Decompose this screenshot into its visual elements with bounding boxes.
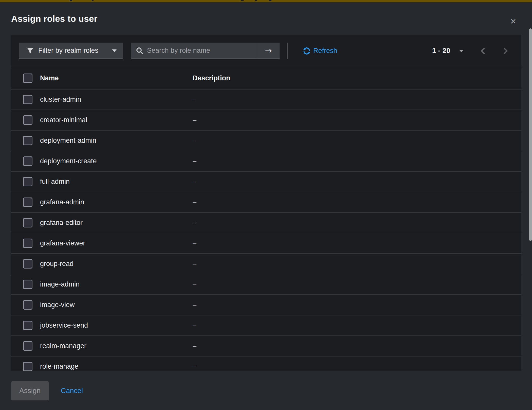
pagination: 1 - 20 [432, 43, 521, 59]
role-name: group-read [40, 260, 193, 268]
role-name: image-view [40, 301, 193, 309]
row-checkbox[interactable] [23, 218, 32, 227]
filter-dropdown[interactable]: Filter by realm roles [19, 43, 123, 59]
cancel-button[interactable]: Cancel [61, 387, 83, 395]
refresh-icon [303, 47, 310, 55]
table-row: deployment-admin – [11, 131, 521, 151]
role-name: grafana-admin [40, 198, 193, 206]
role-name: jobservice-send [40, 322, 193, 329]
background-artifact [269, 0, 271, 1]
role-name: grafana-viewer [40, 239, 193, 247]
refresh-label: Refresh [313, 47, 337, 55]
row-checkbox[interactable] [23, 95, 32, 104]
row-checkbox[interactable] [23, 239, 32, 248]
table-body: cluster-admin – creator-minimal – deploy… [11, 90, 521, 371]
role-description: – [193, 342, 521, 350]
row-checkbox[interactable] [23, 362, 32, 371]
role-description: – [193, 178, 521, 186]
role-description: – [193, 322, 521, 329]
search-submit-button[interactable]: → [257, 43, 280, 59]
role-name: role-manage [40, 363, 193, 370]
chevron-left-icon [480, 47, 486, 55]
role-name: full-admin [40, 178, 193, 186]
table-row: jobservice-send – [11, 315, 521, 336]
select-all-checkbox[interactable] [23, 74, 32, 83]
role-description: – [193, 280, 521, 288]
row-checkbox[interactable] [23, 136, 32, 145]
background-artifact [241, 0, 244, 1]
toolbar-divider [287, 43, 288, 59]
window-scrollbar-thumb[interactable] [529, 28, 532, 241]
row-checkbox[interactable] [23, 177, 32, 186]
row-checkbox[interactable] [23, 280, 32, 289]
role-description: – [193, 96, 521, 103]
role-description: – [193, 239, 521, 247]
row-checkbox[interactable] [23, 115, 32, 125]
row-checkbox[interactable] [23, 321, 32, 330]
row-checkbox[interactable] [23, 300, 32, 310]
role-description: – [193, 219, 521, 227]
table-header: Name Description [11, 67, 521, 90]
row-checkbox[interactable] [23, 259, 32, 269]
table-row: image-admin – [11, 274, 521, 295]
role-name: cluster-admin [40, 96, 193, 103]
pagination-next-button[interactable] [503, 47, 509, 55]
column-header-description: Description [193, 74, 521, 82]
modal-body-panel: Filter by realm roles → [11, 35, 521, 371]
chevron-down-icon [459, 50, 464, 52]
row-checkbox[interactable] [23, 341, 32, 351]
column-header-name: Name [40, 74, 193, 82]
role-description: – [193, 137, 521, 145]
table-row: role-manage – [11, 356, 521, 371]
table-row: cluster-admin – [11, 90, 521, 110]
toolbar: Filter by realm roles → [11, 35, 521, 67]
pagination-menu-toggle[interactable] [459, 50, 464, 52]
chevron-right-icon [503, 47, 508, 55]
table-row: deployment-create – [11, 151, 521, 172]
pagination-prev-button[interactable] [480, 47, 486, 55]
role-description: – [193, 116, 521, 124]
role-description: – [193, 198, 521, 206]
row-checkbox[interactable] [23, 156, 32, 166]
role-name: deployment-create [40, 157, 193, 165]
background-artifact [255, 0, 257, 1]
table-row: grafana-editor – [11, 213, 521, 233]
search-input[interactable] [147, 47, 257, 55]
table-row: grafana-viewer – [11, 233, 521, 254]
arrow-right-icon: → [265, 46, 272, 56]
role-description: – [193, 260, 521, 268]
role-name: deployment-admin [40, 137, 193, 145]
pagination-range: 1 - 20 [432, 47, 450, 55]
background-artifact [92, 0, 94, 1]
table-row: full-admin – [11, 172, 521, 192]
table-row: grafana-admin – [11, 192, 521, 213]
role-name: creator-minimal [40, 116, 193, 124]
table-row: realm-manager – [11, 336, 521, 356]
assign-button[interactable]: Assign [11, 381, 49, 400]
modal-title: Assign roles to user [11, 14, 97, 24]
background-page-strip [0, 0, 532, 2]
filter-icon [27, 47, 34, 54]
chevron-down-icon [112, 49, 117, 52]
modal-footer: Assign Cancel [11, 381, 83, 400]
role-description: – [193, 301, 521, 309]
role-description: – [193, 363, 521, 370]
role-name: realm-manager [40, 342, 193, 350]
refresh-button[interactable]: Refresh [303, 43, 337, 59]
role-name: grafana-editor [40, 219, 193, 227]
table-row: image-view – [11, 295, 521, 315]
table-row: group-read – [11, 254, 521, 274]
search-icon [136, 47, 143, 54]
role-name: image-admin [40, 280, 193, 288]
search-group: → [131, 43, 280, 59]
table-row: creator-minimal – [11, 110, 521, 131]
role-description: – [193, 157, 521, 165]
row-checkbox[interactable] [23, 198, 32, 207]
filter-dropdown-label: Filter by realm roles [38, 47, 98, 55]
background-artifact [70, 0, 72, 1]
close-icon[interactable]: ✕ [508, 16, 519, 27]
